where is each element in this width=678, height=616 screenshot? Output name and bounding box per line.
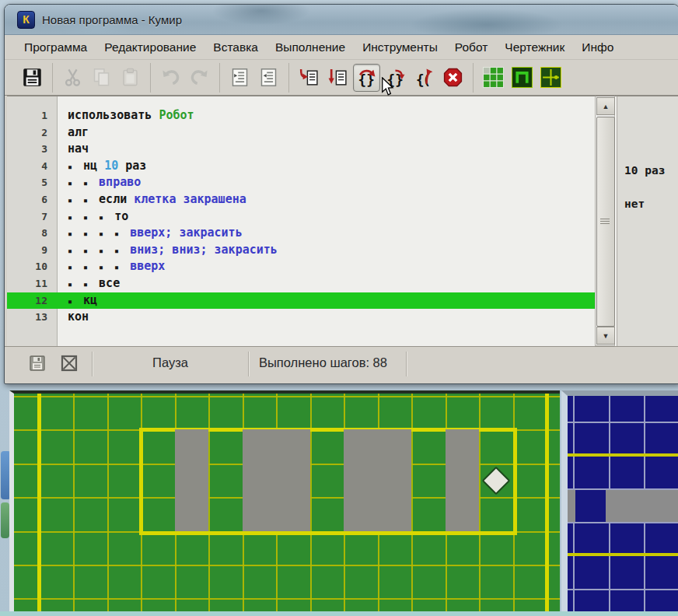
grid-hline bbox=[14, 598, 560, 600]
painted-cells bbox=[606, 490, 678, 522]
outdent-button[interactable] bbox=[255, 64, 282, 92]
step-out-button[interactable]: {( bbox=[411, 64, 438, 92]
code-segment: ▪ ▪ bbox=[68, 280, 99, 289]
status-bar: Пауза Выполнено шагов: 88 bbox=[5, 346, 678, 381]
toolbar: {}{}{( bbox=[5, 60, 678, 96]
scroll-down-button[interactable]: ▼ bbox=[596, 327, 615, 345]
code-text: ▪ ▪ вправо bbox=[57, 174, 141, 191]
paste-icon bbox=[120, 67, 141, 88]
code-segment: кон bbox=[68, 310, 89, 324]
menu-item-выполнение[interactable]: Выполнение bbox=[267, 37, 354, 58]
toolbar-group bbox=[151, 63, 220, 93]
title-bar[interactable]: К Новая программа - Кумир bbox=[5, 5, 678, 35]
line-number: 13 bbox=[7, 309, 57, 326]
redo-button[interactable] bbox=[186, 64, 213, 92]
code-segment: ▪ ▪ bbox=[68, 196, 99, 205]
code-line-2[interactable]: 2алг bbox=[7, 124, 595, 142]
robot-field-window[interactable] bbox=[9, 390, 560, 611]
code-segment: вверх; закрасить bbox=[130, 226, 243, 240]
code-text: ▪ ▪ ▪ ▪ вниз; вниз; закрасить bbox=[57, 242, 278, 259]
run-step-icon bbox=[327, 67, 348, 88]
code-segment: ▪ ▪ ▪ ▪ bbox=[68, 263, 130, 271]
scrollbar-thumb[interactable] bbox=[596, 117, 615, 327]
undo-button[interactable] bbox=[157, 64, 184, 92]
stop-icon bbox=[442, 67, 463, 88]
run-doc-icon bbox=[299, 67, 320, 88]
run-step-button[interactable] bbox=[324, 64, 351, 92]
axes-green-icon bbox=[540, 67, 561, 88]
editor-vertical-scrollbar[interactable]: ▲ ▼ bbox=[595, 96, 615, 346]
code-text: использовать Робот bbox=[57, 107, 194, 124]
menu-item-робот[interactable]: Робот bbox=[446, 37, 497, 58]
wall-horizontal bbox=[568, 553, 678, 556]
painted-cells[interactable] bbox=[446, 429, 480, 530]
code-line-4[interactable]: 4▪ нц 10 раз bbox=[7, 158, 595, 175]
run-button[interactable] bbox=[295, 64, 323, 92]
step-over-icon: {} bbox=[356, 67, 377, 88]
robot-field-button[interactable] bbox=[480, 64, 507, 92]
painted-cells bbox=[568, 490, 575, 522]
background-field-grid bbox=[568, 396, 678, 611]
code-line-8[interactable]: 8▪ ▪ ▪ ▪ вверх; закрасить bbox=[7, 225, 595, 242]
app-icon[interactable]: К bbox=[17, 11, 35, 29]
code-segment: вниз; вниз; закрасить bbox=[130, 243, 278, 257]
code-segment: раз bbox=[118, 159, 146, 173]
code-segment: ▪ ▪ ▪ bbox=[68, 213, 114, 222]
code-segment: все bbox=[99, 276, 120, 290]
window-title: Новая программа - Кумир bbox=[42, 13, 182, 26]
stop-button[interactable] bbox=[439, 64, 467, 92]
cut-button[interactable] bbox=[59, 64, 86, 92]
code-text: ▪ ▪ все bbox=[57, 275, 120, 292]
scroll-up-button[interactable]: ▲ bbox=[596, 97, 615, 115]
code-line-12[interactable]: 12▪ кц bbox=[7, 292, 595, 310]
drawer-window-button[interactable] bbox=[537, 64, 564, 92]
code-text: ▪ ▪ ▪ ▪ вверх; закрасить bbox=[57, 225, 243, 242]
menu-item-инструменты[interactable]: Инструменты bbox=[354, 37, 446, 58]
code-segment: кц bbox=[83, 293, 97, 307]
line-number: 5 bbox=[7, 174, 57, 191]
code-line-13[interactable]: 13кон bbox=[7, 309, 595, 326]
code-line-11[interactable]: 11▪ ▪ все bbox=[7, 275, 595, 292]
code-line-3[interactable]: 3нач bbox=[7, 141, 595, 158]
code-line-6[interactable]: 6▪ ▪ если клетка закрашена bbox=[7, 191, 595, 208]
step-over-button[interactable]: {} bbox=[353, 64, 380, 92]
code-text: ▪ ▪ ▪ то bbox=[57, 208, 128, 226]
step-out-icon: {( bbox=[414, 67, 435, 88]
toolbar-group bbox=[53, 63, 151, 93]
code-line-10[interactable]: 10▪ ▪ ▪ ▪ вверх bbox=[7, 258, 595, 275]
menu-item-программа[interactable]: Программа bbox=[16, 37, 96, 58]
robot-field-grid[interactable] bbox=[14, 394, 560, 611]
paste-button[interactable] bbox=[117, 64, 144, 92]
painted-cells[interactable] bbox=[378, 429, 412, 530]
menu-item-редактирование[interactable]: Редактирование bbox=[96, 37, 204, 58]
menu-item-вставка[interactable]: Вставка bbox=[204, 37, 267, 58]
painted-cells[interactable] bbox=[344, 429, 378, 530]
code-segment: клетка закрашена bbox=[134, 192, 246, 206]
menu-item-чертежник[interactable]: Чертежник bbox=[496, 37, 573, 58]
code-segment: ▪ ▪ ▪ ▪ bbox=[68, 247, 130, 255]
save-button[interactable] bbox=[19, 64, 46, 92]
floppy-icon bbox=[22, 67, 43, 88]
code-text: нач bbox=[57, 141, 89, 158]
line-number: 7 bbox=[7, 208, 57, 226]
grid-hline bbox=[14, 565, 560, 566]
code-line-1[interactable]: 1использовать Робот bbox=[7, 107, 595, 124]
code-editor[interactable]: 1использовать Робот2алг3нач4▪ нц 10 раз5… bbox=[7, 96, 595, 347]
wall-vertical bbox=[545, 394, 549, 611]
menu-item-инфо[interactable]: Инфо bbox=[573, 37, 622, 58]
painted-cells[interactable] bbox=[276, 429, 310, 530]
painted-cells[interactable] bbox=[243, 429, 277, 530]
copy-button[interactable] bbox=[88, 64, 115, 92]
mouse-cursor-icon bbox=[380, 77, 397, 98]
code-text: ▪ ▪ ▪ ▪ вверх bbox=[57, 258, 165, 275]
code-line-7[interactable]: 7▪ ▪ ▪ то bbox=[7, 208, 595, 226]
robot-observe-button[interactable] bbox=[508, 64, 536, 92]
code-line-5[interactable]: 5▪ ▪ вправо bbox=[7, 174, 595, 191]
painted-cells[interactable] bbox=[175, 429, 209, 530]
wall-vertical bbox=[37, 394, 41, 611]
line-number: 12 bbox=[7, 292, 57, 310]
code-line-9[interactable]: 9▪ ▪ ▪ ▪ вниз; вниз; закрасить bbox=[7, 242, 595, 259]
robot-field-background-window[interactable] bbox=[561, 390, 678, 611]
indent-button[interactable] bbox=[226, 64, 253, 92]
scrollbar-grip-icon bbox=[600, 219, 610, 225]
